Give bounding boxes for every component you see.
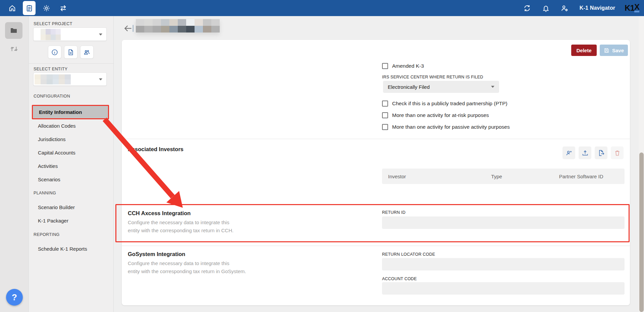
gosystem-description-line1: Configure the necessary data to integrat… xyxy=(128,260,229,266)
floppy-save-icon xyxy=(604,48,609,53)
delete-investor-trash-icon[interactable] xyxy=(611,146,624,159)
return-locator-code-label: RETURN LOCATOR CODE xyxy=(382,252,435,257)
at-risk-row: More than one activity for at-risk purpo… xyxy=(382,112,489,119)
passive-activity-checkbox[interactable] xyxy=(382,124,388,130)
add-investor-icon[interactable] xyxy=(562,146,575,159)
column-partner-software-id: Partner Software ID xyxy=(559,174,625,179)
manage-accounts-icon[interactable] xyxy=(559,2,571,14)
ptp-checkbox[interactable] xyxy=(382,101,388,107)
cch-description-line2: entity with the corresponding tax return… xyxy=(128,228,233,233)
help-button[interactable]: ? xyxy=(6,289,23,306)
swap-horizontal-icon[interactable] xyxy=(57,2,69,14)
divider xyxy=(122,246,630,246)
project-select[interactable] xyxy=(33,27,107,41)
select-project-label: SELECT PROJECT xyxy=(34,21,72,26)
chevron-down-icon xyxy=(99,78,102,80)
at-risk-label: More than one activity for at-risk purpo… xyxy=(392,112,489,118)
chevron-down-icon xyxy=(99,34,102,36)
save-button[interactable]: Save xyxy=(600,45,628,56)
navbar-left-icons xyxy=(6,1,69,15)
sidebar-divider xyxy=(29,63,114,64)
sidebar-item-scenario-builder[interactable]: Scenario Builder xyxy=(29,201,114,214)
settings-gear-icon[interactable] xyxy=(40,2,52,14)
sidebar-item-activities[interactable]: Activities xyxy=(29,160,114,173)
irs-service-center-value: Electronically Filed xyxy=(388,84,430,90)
scrollbar-track[interactable] xyxy=(639,16,644,312)
sidebar-item-allocation-codes[interactable]: Allocation Codes xyxy=(29,119,114,133)
document-icon[interactable] xyxy=(64,46,77,59)
sidebar-item-jurisdictions[interactable]: Jurisdictions xyxy=(29,133,114,146)
ptp-row: Check if this is a publicly traded partn… xyxy=(382,100,507,107)
amended-k3-checkbox[interactable] xyxy=(382,63,388,69)
passive-activity-row: More than one activity for passive activ… xyxy=(382,124,510,130)
navbar-right-icons: K-1 Navigator K1X xyxy=(521,2,639,14)
transfer-icon[interactable] xyxy=(9,44,19,54)
delete-button[interactable]: Delete xyxy=(571,45,597,56)
section-label-configuration: CONFIGURATION xyxy=(34,94,70,99)
main-content: Delete Save Amended K-3 IRS SERVICE CENT… xyxy=(114,16,644,312)
irs-service-center-label: IRS SERVICE CENTER WHERE RETURN IS FILED xyxy=(382,75,483,79)
entity-select[interactable] xyxy=(33,72,107,86)
page-title-redacted xyxy=(136,19,220,33)
amended-k3-row: Amended K-3 xyxy=(382,63,424,69)
k1x-logo: K1X xyxy=(625,3,639,13)
notifications-bell-icon[interactable] xyxy=(540,2,552,14)
select-entity-label: SELECT ENTITY xyxy=(34,67,68,71)
sidebar: SELECT PROJECT SELECT ENTITY CONFIGURATI… xyxy=(29,16,114,312)
investor-actions xyxy=(562,146,624,159)
sidebar-item-k1-packager[interactable]: K-1 Packager xyxy=(29,214,114,228)
projects-folder-icon[interactable] xyxy=(5,22,22,39)
associated-investors-title: Associated Investors xyxy=(128,146,183,152)
passive-activity-label: More than one activity for passive activ… xyxy=(392,124,510,130)
app-title: K-1 Navigator xyxy=(580,5,615,11)
amended-k3-label: Amended K-3 xyxy=(392,63,424,69)
entity-redacted-value xyxy=(35,74,71,84)
team-people-icon[interactable] xyxy=(80,46,94,59)
project-quick-actions xyxy=(48,46,94,59)
sidebar-item-entity-information[interactable]: Entity Information xyxy=(32,105,109,119)
cch-integration-title: CCH Axcess Integration xyxy=(128,210,191,216)
at-risk-checkbox[interactable] xyxy=(382,112,388,118)
export-file-icon[interactable] xyxy=(595,146,607,159)
chevron-down-icon xyxy=(491,86,494,88)
question-mark-icon: ? xyxy=(12,292,17,303)
scrollbar-thumb[interactable] xyxy=(639,152,644,312)
section-label-planning: PLANNING xyxy=(34,191,56,195)
gosystem-integration-title: GoSystem Integration xyxy=(128,251,185,257)
divider xyxy=(122,139,630,139)
sidebar-item-schedule-k1-reports[interactable]: Schedule K-1 Reports xyxy=(29,242,114,256)
sidebar-item-capital-accounts[interactable]: Capital Accounts xyxy=(29,146,114,160)
section-label-reporting: REPORTING xyxy=(34,232,60,237)
account-code-label: ACCOUNT CODE xyxy=(382,276,417,281)
column-type: Type xyxy=(491,174,559,179)
column-investor: Investor xyxy=(382,174,491,179)
return-id-label: RETURN ID xyxy=(382,210,406,215)
ptp-label: Check if this is a publicly traded partn… xyxy=(392,101,507,107)
irs-service-center-select[interactable]: Electronically Filed xyxy=(383,81,499,93)
sidebar-item-scenarios[interactable]: Scenarios xyxy=(29,173,114,186)
upload-icon[interactable] xyxy=(579,146,591,159)
gosystem-description-line2: entity with the corresponding tax return… xyxy=(128,268,246,274)
top-navbar: K-1 Navigator K1X xyxy=(0,0,644,16)
info-icon[interactable] xyxy=(48,46,61,59)
back-arrow-icon[interactable] xyxy=(124,23,135,34)
sync-icon[interactable] xyxy=(521,2,533,14)
cch-description-line1: Configure the necessary data to integrat… xyxy=(128,220,229,225)
home-icon[interactable] xyxy=(6,2,18,14)
entity-information-card: Delete Save Amended K-3 IRS SERVICE CENT… xyxy=(122,40,630,305)
return-id-input[interactable] xyxy=(382,216,625,229)
return-locator-code-input[interactable] xyxy=(382,258,625,270)
account-code-input[interactable] xyxy=(382,282,625,295)
investors-table-header: Investor Type Partner Software ID xyxy=(382,169,625,184)
project-redacted-value xyxy=(41,29,61,40)
projects-clipboard-icon[interactable] xyxy=(23,1,36,15)
icon-rail xyxy=(0,16,29,312)
